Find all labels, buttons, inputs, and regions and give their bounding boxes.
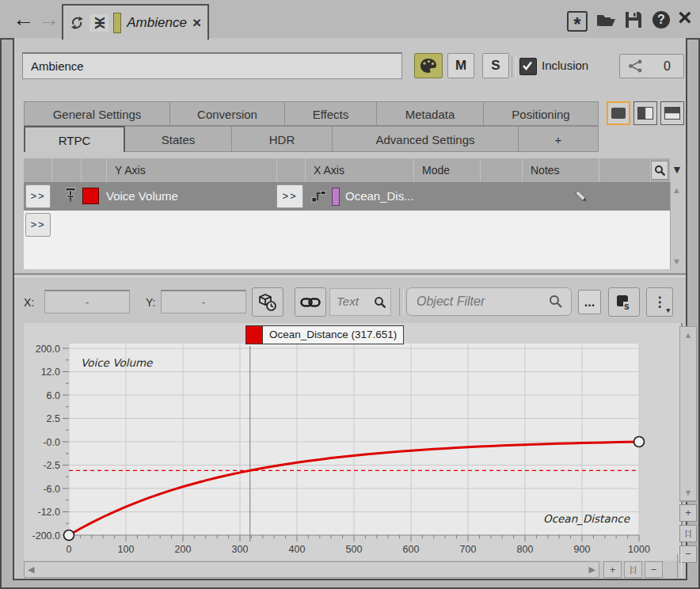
table-vertical-scrollbar[interactable]: ▲ ▼ (670, 182, 683, 269)
zoom-in-horizontal-button[interactable]: + (603, 561, 622, 578)
tab-close-icon[interactable]: × (192, 16, 201, 30)
horizontal-splitter[interactable] (14, 273, 686, 277)
text-search-field[interactable] (329, 288, 391, 316)
add-rtpc-row-button[interactable]: >> (25, 213, 51, 237)
text-search-input[interactable] (330, 289, 376, 314)
svg-text:900: 900 (574, 544, 591, 555)
tab-effects[interactable]: Effects (285, 101, 377, 126)
solo-button[interactable]: S (482, 53, 509, 78)
svg-text:800: 800 (517, 544, 534, 555)
column-header-blank (599, 158, 651, 182)
object-filter-input[interactable] (407, 294, 549, 310)
references-button[interactable]: 0 (619, 54, 684, 78)
svg-text:500: 500 (346, 544, 363, 555)
zoom-out-horizontal-button[interactable]: − (645, 561, 663, 578)
svg-text:-200.0: -200.0 (32, 530, 60, 542)
tab-conversion[interactable]: Conversion (170, 101, 285, 126)
svg-text:400: 400 (289, 544, 306, 555)
tab-row-2: RTPCStatesHDRAdvanced Settings+ (24, 126, 599, 152)
table-filter-caret-icon[interactable]: ▼ (671, 163, 683, 176)
y-value-input[interactable] (161, 290, 246, 314)
rtpc-table-header: Y AxisX AxisModeNotes (24, 158, 670, 182)
y-axis-title: Voice Volume (81, 356, 152, 369)
cursor-color-swatch (245, 325, 263, 344)
y-axis-name: Voice Volume (106, 189, 178, 203)
pin-icon[interactable] (63, 187, 78, 204)
zoom-fit-horizontal-button[interactable]: |:| (624, 561, 642, 578)
x-value-input[interactable] (44, 290, 130, 314)
tab-add[interactable]: + (519, 126, 599, 152)
column-header-mode: Mode (414, 158, 481, 182)
object-filter-field[interactable] (406, 287, 572, 316)
table-scroll-up-icon[interactable]: ▲ (671, 185, 683, 195)
tab-rtpc[interactable]: RTPC (24, 126, 125, 152)
menu-caret-icon: ▾ (666, 306, 670, 314)
x-axis-color-bar (332, 188, 340, 206)
view-single-pane-button[interactable] (607, 101, 630, 125)
edit-notes-pencil-icon[interactable] (572, 188, 591, 205)
chart-scroll-right-icon[interactable]: ▶ (589, 564, 595, 575)
help-icon[interactable]: ? (652, 11, 670, 28)
svg-text:-2.5: -2.5 (43, 460, 60, 471)
tab-positioning[interactable]: Positioning (484, 101, 599, 126)
cursor-tooltip: Ocean_Distance (317.651) (245, 325, 404, 344)
svg-text:12.0: 12.0 (41, 367, 60, 378)
chart-scroll-up-icon[interactable]: ▲ (680, 330, 696, 340)
expand-y-button[interactable]: >> (25, 184, 51, 208)
document-tab[interactable]: Ж Ambience × (62, 4, 209, 40)
resize-gripper[interactable] (677, 554, 682, 578)
inclusion-label: Inclusion (542, 59, 588, 72)
back-button[interactable]: ← (13, 5, 34, 33)
zoom-in-vertical-button[interactable]: + (679, 504, 697, 522)
table-scroll-down-icon[interactable]: ▼ (671, 256, 683, 266)
svg-text:s: s (624, 301, 630, 311)
tab-hdr[interactable]: HDR (232, 126, 333, 152)
view-split-vertical-button[interactable] (633, 101, 657, 125)
show-object-snapshot-button[interactable] (252, 287, 283, 317)
window-close-icon[interactable]: × (678, 8, 692, 27)
expand-x-button[interactable]: >> (276, 184, 303, 208)
chart-horizontal-scrollbar[interactable]: ◀ ▶ (24, 561, 599, 578)
link-button[interactable] (295, 287, 326, 317)
pin-keep-open-button[interactable]: * (567, 11, 588, 32)
tab-general-settings[interactable]: General Settings (24, 101, 170, 126)
svg-text:1000: 1000 (628, 544, 650, 555)
more-options-button[interactable]: ... (578, 290, 601, 314)
x-value-label: X: (24, 296, 34, 309)
palette-icon (420, 58, 437, 74)
svg-text:100: 100 (118, 544, 135, 555)
rtpc-row-selected[interactable]: >> Voice Volume >> Ocean_Dis... (24, 182, 670, 211)
tab-title: Ambience (127, 15, 187, 31)
column-header-y-axis: Y Axis (107, 158, 277, 182)
cube-clock-icon (258, 293, 277, 312)
inclusion-checkbox[interactable] (519, 58, 537, 75)
svg-text:-6.0: -6.0 (43, 484, 60, 495)
tab-states[interactable]: States (125, 126, 232, 152)
color-palette-button[interactable] (414, 53, 443, 78)
search-icon (374, 296, 386, 309)
object-name-input[interactable] (22, 52, 402, 79)
svg-text:2.5: 2.5 (47, 413, 60, 424)
object-color-bar (113, 13, 121, 33)
chart-scroll-down-icon[interactable]: ▼ (680, 488, 696, 497)
column-header-notes: Notes (523, 158, 599, 182)
forward-button[interactable]: → (38, 5, 59, 33)
tab-advanced-settings[interactable]: Advanced Settings (333, 126, 519, 152)
menu-dots-icon: ⋮ (653, 294, 667, 310)
zoom-fit-vertical-button[interactable]: |:| (679, 525, 697, 542)
chart-vertical-scrollbar[interactable]: ▲ ▼ (679, 326, 697, 501)
graph-menu-button[interactable]: ⋮ ▾ (646, 287, 673, 317)
tab-metadata[interactable]: Metadata (377, 101, 484, 126)
view-split-horizontal-button[interactable] (660, 101, 684, 125)
table-search-button[interactable] (651, 161, 668, 180)
cursor-tooltip-label: Ocean_Distance (317.651) (263, 325, 404, 344)
svg-text:200: 200 (175, 544, 192, 555)
mute-button[interactable]: M (447, 53, 474, 78)
y-axis-color-swatch[interactable] (82, 188, 99, 204)
search-icon (654, 165, 666, 177)
open-icon[interactable] (595, 13, 616, 32)
project-settings-button[interactable]: s (608, 287, 640, 317)
chart-scroll-left-icon[interactable]: ◀ (28, 564, 34, 575)
save-icon[interactable] (625, 11, 642, 32)
zoom-out-vertical-button[interactable]: − (679, 545, 697, 563)
